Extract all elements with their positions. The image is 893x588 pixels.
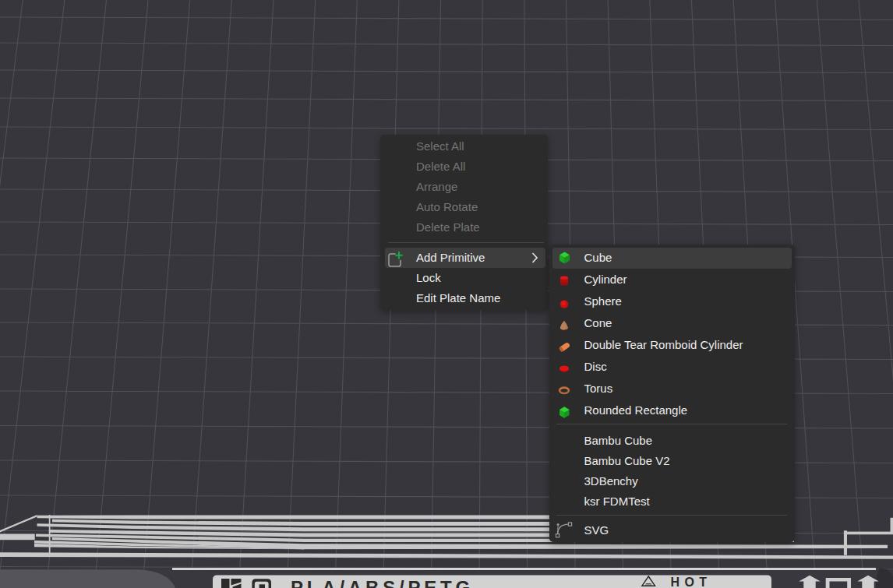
svg-text:HOT: HOT [671, 576, 712, 588]
svg-text:PLA/ABS/PETG: PLA/ABS/PETG [291, 577, 474, 588]
